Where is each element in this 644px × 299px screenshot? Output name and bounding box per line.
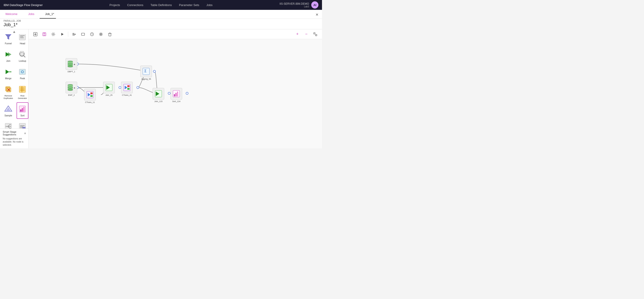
nav-parameter-sets[interactable]: Parameter Sets	[179, 3, 199, 7]
svg-point-65	[100, 34, 102, 35]
svg-marker-11	[6, 70, 9, 74]
node-Sort_124[interactable]: Sort_124	[170, 88, 182, 102]
svg-point-89	[68, 63, 73, 65]
tab-jobs[interactable]: Jobs	[23, 10, 40, 18]
svg-rect-28	[20, 110, 22, 112]
toolbar-delete-button[interactable]	[106, 30, 114, 38]
svg-point-88	[68, 65, 73, 67]
user-info: IIS-SERVER.IBM.DEMO Lab3 AI	[280, 1, 318, 8]
toolbar-preview-button[interactable]	[79, 30, 87, 38]
svg-marker-6	[8, 52, 12, 56]
toolbar-schedule-button[interactable]	[88, 30, 96, 38]
svg-marker-26	[6, 107, 10, 111]
nav-jobs[interactable]: Jobs	[206, 3, 212, 7]
job-type-label: PARALLEL JOB	[4, 20, 318, 22]
toolbar-save-button[interactable]	[40, 30, 48, 38]
svg-rect-98	[90, 95, 93, 97]
remove-dup-label: Remove Duplicates	[2, 95, 14, 100]
toolbar-separator-1	[68, 32, 68, 37]
svg-point-54	[52, 33, 55, 36]
svg-marker-55	[61, 33, 64, 36]
node-DBPT_1[interactable]: DBPT_1	[66, 58, 77, 73]
flow-canvas[interactable]: DBPT_1 EMP_2	[29, 39, 322, 148]
top-navigation: IBM DataStage Flow Designer Projects Con…	[0, 0, 322, 10]
svg-point-78	[137, 86, 139, 89]
svg-rect-66	[109, 33, 111, 36]
sidebar-item-join[interactable]: Join	[1, 48, 16, 64]
sort-label: Sort	[20, 114, 24, 117]
node-label-Join_25: Join_25	[106, 94, 112, 96]
svg-rect-61	[82, 33, 84, 35]
node-Join_25[interactable]: Join_25	[103, 82, 115, 96]
row-gen-label: Row Generator	[18, 95, 27, 100]
sample-icon	[4, 104, 13, 114]
smart-stage-panel: Smart Stage Suggestions ∧ No suggestions…	[0, 128, 29, 148]
svg-rect-110	[174, 94, 175, 96]
nav-projects[interactable]: Projects	[110, 3, 120, 7]
nav-table-definitions[interactable]: Table Definitions	[150, 3, 172, 7]
sidebar-scroll-up[interactable]: ▲	[0, 29, 28, 34]
head-label: Head	[20, 42, 25, 45]
sidebar-item-lookup[interactable]: Lookup	[16, 48, 28, 64]
toolbar-fit-button[interactable]	[311, 30, 319, 38]
svg-line-8	[24, 56, 25, 57]
svg-rect-111	[176, 93, 176, 96]
node-Join_115[interactable]: Join_115	[152, 88, 164, 102]
smart-stage-header[interactable]: Smart Stage Suggestions ∧	[3, 130, 26, 136]
node-label-Sort_124: Sort_124	[172, 100, 180, 102]
svg-point-53	[52, 34, 54, 35]
svg-point-80	[153, 70, 156, 72]
sidebar-item-peek[interactable]: Peek	[16, 65, 28, 82]
svg-rect-97	[90, 92, 93, 94]
main-layout: ▲ Funnel	[0, 29, 322, 148]
node-label-Aggreg_55: Aggreg_55	[141, 78, 151, 80]
svg-point-93	[68, 89, 73, 91]
toolbar-zoom-in-button[interactable]: +	[293, 30, 302, 38]
user-name: IIS-SERVER.IBM.DEMO Lab3	[280, 2, 309, 8]
merge-icon	[4, 67, 13, 76]
canvas-area: + −	[29, 29, 322, 148]
sidebar-item-merge[interactable]: Merge	[1, 65, 16, 82]
sidebar: ▲ Funnel	[0, 29, 29, 148]
lookup-icon	[18, 50, 27, 59]
peek-label: Peek	[20, 77, 25, 80]
toolbar-zoom-out-button[interactable]: −	[302, 30, 310, 38]
toolbar-link-button[interactable]	[70, 30, 78, 38]
svg-rect-52	[44, 34, 45, 36]
user-avatar[interactable]: AI	[311, 1, 318, 8]
tab-welcome[interactable]: Welcome	[0, 10, 23, 18]
job-title: Job_1*	[4, 22, 318, 27]
toolbar-run-button[interactable]	[58, 30, 66, 38]
svg-point-94	[68, 86, 73, 88]
nav-connections[interactable]: Connections	[127, 3, 143, 7]
node-label-DBPT_1: DBPT_1	[68, 70, 75, 73]
svg-point-84	[186, 92, 188, 94]
smart-stage-content: No suggestions are available. No node is…	[3, 137, 26, 146]
job-header: PARALLEL JOB Job_1*	[0, 19, 322, 29]
toolbar-add-button[interactable]	[31, 30, 40, 38]
sidebar-item-row-generator[interactable]: Row Generator	[16, 82, 28, 102]
sample-label: Sample	[4, 114, 12, 117]
sidebar-item-remove-duplicates[interactable]: Remove Duplicates	[1, 82, 16, 102]
sort-icon	[18, 104, 27, 114]
smart-stage-collapse-icon[interactable]: ∧	[24, 132, 26, 135]
tab-job1[interactable]: Job_1*	[40, 10, 56, 18]
svg-marker-0	[5, 34, 12, 40]
node-EMP_2[interactable]: EMP_2	[66, 82, 77, 96]
node-label-Join_115: Join_115	[154, 100, 163, 102]
svg-rect-112	[177, 92, 178, 96]
node-CTrans_11[interactable]: CTrans_11	[84, 89, 96, 104]
toolbar-configure-button[interactable]	[97, 30, 105, 38]
tab-close-button[interactable]: ✕	[312, 11, 322, 18]
join-label: Join	[6, 60, 10, 62]
svg-rect-29	[22, 108, 23, 112]
sidebar-item-sample[interactable]: Sample	[1, 102, 16, 119]
peek-icon	[18, 67, 27, 76]
sidebar-item-sort[interactable]: Sort	[16, 102, 28, 119]
svg-rect-104	[127, 88, 130, 90]
svg-rect-51	[44, 33, 45, 34]
node-label-CTrans_11: CTrans_11	[85, 101, 95, 104]
node-Aggreg_55[interactable]: Σ Aggreg_55	[140, 66, 152, 80]
node-CTrans_41[interactable]: CTrans_41	[121, 82, 133, 96]
toolbar-settings-button[interactable]	[49, 30, 57, 38]
